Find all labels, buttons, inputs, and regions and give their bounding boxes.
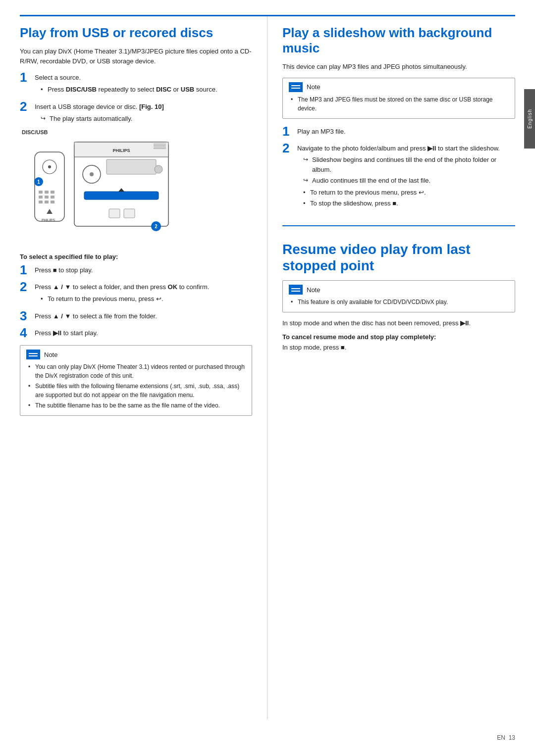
step-1-content: Select a source. Press DISC/USB repeated… — [35, 71, 252, 96]
footer: EN 13 — [20, 729, 515, 741]
step-1-sub-item: Press DISC/USB repeatedly to select DISC… — [41, 85, 252, 95]
slideshow-title: Play a slideshow with background music — [282, 25, 515, 56]
file-step-2-sub: To return to the previous menu, press ↩. — [41, 294, 252, 304]
slideshow-bullet-1: To return to the previous menu, press ↩. — [303, 188, 515, 198]
slideshow-note-label: Note — [307, 83, 320, 91]
left-note-box: Note You can only play DivX (Home Theate… — [20, 345, 252, 416]
file-step-4-content: Press ▶II to start play. — [35, 326, 252, 338]
cancel-heading: To cancel resume mode and stop play comp… — [282, 333, 515, 341]
step-1-sub-list: Press DISC/USB repeatedly to select DISC… — [41, 85, 252, 95]
slideshow-note-item-1: The MP3 and JPEG files must be stored on… — [291, 95, 509, 113]
slideshow-note-icon — [289, 82, 303, 92]
slideshow-arrow-1: Slideshow begins and continues till the … — [303, 155, 515, 174]
footer-page: 13 — [509, 734, 515, 741]
file-step-3-number: 3 — [20, 309, 31, 322]
svg-rect-11 — [39, 201, 43, 203]
file-step-1-content: Press ■ to stop play. — [35, 263, 252, 275]
device-illustration-container: DISC/USB 1 — [20, 129, 252, 246]
step-2: 2 Insert a USB storage device or disc. [… — [20, 100, 252, 125]
step-2-number: 2 — [20, 100, 31, 113]
file-step-4-number: 4 — [20, 326, 31, 339]
svg-text:PHILIPS: PHILIPS — [112, 148, 130, 153]
file-step-4: 4 Press ▶II to start play. — [20, 326, 252, 339]
file-step-2-sub-item: To return to the previous menu, press ↩. — [41, 294, 252, 304]
slideshow-step-2-arrows: Slideshow begins and continues till the … — [303, 155, 515, 186]
sub-heading-file: To select a specified file to play: — [20, 253, 252, 260]
step-1-number: 1 — [20, 71, 31, 84]
resume-note-icon — [289, 285, 303, 295]
slideshow-step-1-number: 1 — [282, 125, 293, 138]
right-column: Play a slideshow with background music T… — [268, 16, 515, 719]
left-note-label: Note — [44, 351, 57, 358]
step-2-arrow-list: The play starts automatically. — [41, 114, 252, 124]
svg-rect-27 — [84, 192, 159, 200]
svg-rect-7 — [51, 191, 54, 194]
device-svg: 1 PHILIPS — [20, 137, 178, 246]
left-column: Play from USB or recored discs You can p… — [20, 16, 268, 719]
note-icon-line2 — [29, 355, 38, 356]
resume-rule — [282, 225, 515, 226]
svg-rect-13 — [51, 201, 54, 203]
svg-point-24 — [90, 172, 94, 176]
step-2-content: Insert a USB storage device or disc. [Fi… — [35, 100, 252, 125]
left-note-list: You can only play DivX (Home Theater 3.1… — [28, 362, 246, 410]
resume-note-box: Note This feature is only available for … — [282, 280, 515, 312]
note-icon-line1 — [29, 353, 38, 354]
resume-note-label: Note — [307, 286, 320, 294]
svg-text:2: 2 — [155, 224, 158, 229]
slideshow-step-2: 2 Navigate to the photo folder/album and… — [282, 142, 515, 210]
resume-note-icon-line2 — [291, 291, 300, 292]
svg-point-2 — [48, 165, 51, 168]
svg-text:PHILIPS: PHILIPS — [42, 218, 55, 222]
page-container: Play from USB or recored discs You can p… — [0, 0, 535, 756]
cancel-body: In stop mode, press ■. — [282, 343, 515, 353]
svg-rect-29 — [109, 209, 120, 218]
step-2-arrow-item: The play starts automatically. — [41, 114, 252, 124]
left-note-item-2: Subtitle files with the following filena… — [28, 382, 246, 400]
svg-point-26 — [155, 165, 162, 173]
svg-text:1: 1 — [37, 179, 40, 185]
svg-rect-12 — [45, 201, 49, 203]
svg-rect-9 — [45, 196, 49, 199]
resume-note-header: Note — [289, 285, 509, 295]
svg-rect-5 — [39, 191, 43, 194]
two-column-layout: Play from USB or recored discs You can p… — [20, 16, 515, 719]
svg-marker-14 — [47, 209, 53, 214]
resume-note-icon-line1 — [291, 288, 300, 289]
resume-note-item-1: This feature is only available for CD/DV… — [291, 298, 509, 306]
slideshow-note-icon-line1 — [291, 85, 300, 86]
slideshow-note-list: The MP3 and JPEG files must be stored on… — [291, 95, 509, 113]
resume-body: In stop mode and when the disc has not b… — [282, 318, 515, 328]
slideshow-step-1: 1 Play an MP3 file. — [282, 125, 515, 138]
note-icon — [26, 350, 40, 359]
left-note-item-3: The subtitle filename has to be the same… — [28, 401, 246, 410]
slideshow-note-box: Note The MP3 and JPEG files must be stor… — [282, 78, 515, 119]
disc-usb-label: DISC/USB — [22, 129, 48, 135]
svg-marker-28 — [118, 188, 124, 192]
file-step-3: 3 Press ▲ / ▼ to select a file from the … — [20, 309, 252, 322]
file-step-2-content: Press ▲ / ▼ to select a folder, and then… — [35, 280, 252, 305]
slideshow-note-icon-line2 — [291, 88, 300, 89]
left-note-header: Note — [26, 350, 246, 359]
file-step-2: 2 Press ▲ / ▼ to select a folder, and th… — [20, 280, 252, 305]
left-note-item-1: You can only play DivX (Home Theater 3.1… — [28, 362, 246, 380]
left-intro-text: You can play DivX (Home Theater 3.1)/MP3… — [20, 47, 252, 66]
slideshow-step-2-bullets: To return to the previous menu, press ↩.… — [303, 188, 515, 208]
resume-title: Resume video play from last stopped poin… — [282, 241, 515, 274]
svg-rect-25 — [107, 159, 156, 174]
svg-rect-30 — [124, 209, 135, 218]
slideshow-intro: This device can play MP3 files and JPEG … — [282, 62, 515, 72]
slideshow-bullet-2: To stop the slideshow, press ■. — [303, 199, 515, 208]
resume-note-list: This feature is only available for CD/DV… — [291, 298, 509, 306]
file-step-1-number: 1 — [20, 263, 31, 276]
slideshow-arrow-2: Audio continues till the end of the last… — [303, 176, 515, 186]
slideshow-step-1-content: Play an MP3 file. — [297, 125, 515, 137]
slideshow-step-2-number: 2 — [282, 142, 293, 154]
slideshow-note-header: Note — [289, 82, 509, 92]
step-1: 1 Select a source. Press DISC/USB repeat… — [20, 71, 252, 96]
footer-text: EN — [497, 734, 505, 741]
svg-rect-10 — [51, 196, 54, 199]
file-step-1: 1 Press ■ to stop play. — [20, 263, 252, 276]
left-section-title: Play from USB or recored discs — [20, 25, 252, 41]
svg-rect-8 — [39, 196, 43, 199]
